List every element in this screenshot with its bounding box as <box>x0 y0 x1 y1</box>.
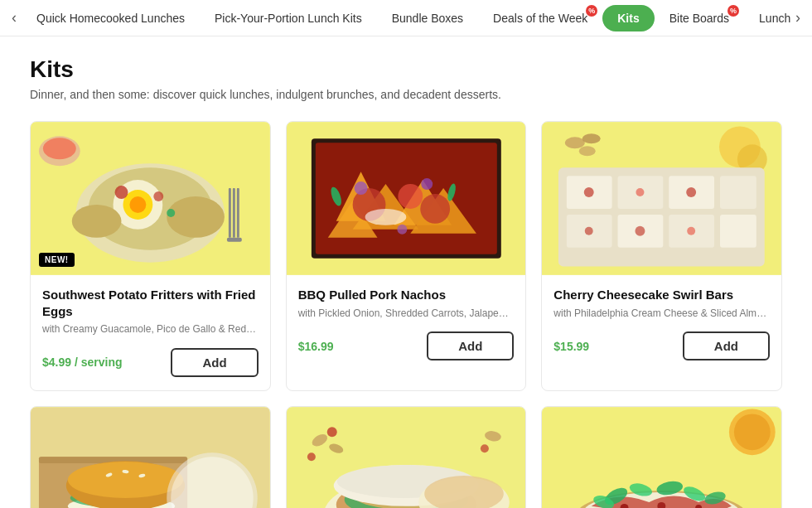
nav-prev-arrow[interactable]: ‹ <box>7 9 22 27</box>
svg-point-54 <box>636 226 645 236</box>
nav-item-bundle-boxes[interactable]: Bundle Boxes <box>377 0 478 36</box>
add-to-cart-button-southwest-fritters[interactable]: Add <box>171 348 258 377</box>
product-card-bbq-nachos: BBQ Pulled Pork Nachoswith Pickled Onion… <box>286 121 527 391</box>
svg-point-31 <box>397 225 407 235</box>
svg-rect-15 <box>237 188 239 238</box>
card-body-southwest-fritters: Southwest Potato Fritters with Fried Egg… <box>31 275 270 390</box>
svg-point-51 <box>585 227 593 235</box>
svg-point-50 <box>636 188 645 196</box>
svg-rect-16 <box>227 238 242 242</box>
nav-item-bite-boards[interactable]: Bite Boards% <box>655 0 744 36</box>
product-card-honey-mustard-chicken: ADD 2 TO SERVE 4Honey Mustard Chicken Sa… <box>286 406 527 508</box>
card-footer-cherry-cheesecake: $15.99Add <box>553 331 770 360</box>
svg-rect-13 <box>229 188 231 238</box>
svg-point-12 <box>43 138 76 159</box>
page-title: Kits <box>30 56 782 83</box>
product-card-southwest-fritters: NEW!Southwest Potato Fritters with Fried… <box>30 121 271 391</box>
svg-point-39 <box>579 146 596 156</box>
product-title-cherry-cheesecake: Cherry Cheesecake Swirl Bars <box>553 287 770 303</box>
svg-point-83 <box>481 444 489 452</box>
product-image-honey-mustard-chicken: ADD 2 TO SERVE 4 <box>287 407 526 508</box>
nav-item-lunch-specials[interactable]: Lunch Specials <box>744 0 790 36</box>
svg-point-64 <box>68 462 183 498</box>
product-card-cherry-cheesecake: Cherry Cheesecake Swirl Barswith Philade… <box>541 121 782 391</box>
product-image-cherry-cheesecake <box>542 122 781 275</box>
card-body-cherry-cheesecake: Cherry Cheesecake Swirl Barswith Philade… <box>542 275 781 374</box>
card-footer-bbq-nachos: $16.99Add <box>298 331 515 360</box>
svg-rect-14 <box>233 188 235 238</box>
product-price-cherry-cheesecake: $15.99 <box>553 340 589 353</box>
card-footer-southwest-fritters: $4.99 / servingAdd <box>42 348 259 377</box>
product-desc-southwest-fritters: with Creamy Guacamole, Pico de Gallo & R… <box>42 322 259 336</box>
product-price-bbq-nachos: $16.99 <box>298 340 334 353</box>
svg-point-28 <box>365 209 406 225</box>
new-badge-southwest-fritters: NEW! <box>39 253 75 267</box>
nav-items-list: Quick Homecooked LunchesPick-Your-Portio… <box>22 0 790 36</box>
product-desc-cherry-cheesecake: with Philadelphia Cream Cheese & Sliced … <box>553 307 770 321</box>
add-to-cart-button-bbq-nachos[interactable]: Add <box>427 331 514 360</box>
product-card-mozzarella-pesto: ADD 2 TO SERVE 4Mozzarella Pesto Sandwic… <box>30 406 271 508</box>
svg-point-26 <box>398 184 423 209</box>
product-image-southwest-fritters: NEW! <box>31 122 270 275</box>
svg-point-5 <box>129 196 146 213</box>
category-nav: ‹ Quick Homecooked LunchesPick-Your-Port… <box>0 0 812 36</box>
product-image-prosciutto-jam: ADD 2 TO SERVE 4 <box>542 407 781 508</box>
nav-badge-deals-of-the-week: % <box>586 5 597 17</box>
product-title-bbq-nachos: BBQ Pulled Pork Nachos <box>298 287 515 303</box>
svg-point-9 <box>153 191 163 201</box>
product-card-prosciutto-jam: ADD 2 TO SERVE 4Open-Faced Prosciutto & … <box>541 406 782 508</box>
product-image-bbq-nachos <box>287 122 526 275</box>
product-desc-bbq-nachos: with Pickled Onion, Shredded Carrots, Ja… <box>298 307 515 321</box>
card-body-bbq-nachos: BBQ Pulled Pork Nachoswith Pickled Onion… <box>287 275 526 374</box>
svg-point-37 <box>565 137 585 148</box>
svg-point-10 <box>167 209 175 217</box>
nav-next-arrow[interactable]: › <box>790 9 805 27</box>
svg-point-49 <box>584 187 594 197</box>
svg-rect-48 <box>720 215 756 248</box>
nav-item-kits[interactable]: Kits <box>602 5 654 31</box>
svg-point-52 <box>687 187 697 197</box>
svg-rect-44 <box>720 176 756 209</box>
svg-point-30 <box>421 178 433 190</box>
nav-item-quick-homecooked[interactable]: Quick Homecooked Lunches <box>22 0 200 36</box>
nav-badge-bite-boards: % <box>727 5 739 17</box>
page-subtitle: Dinner, and then some: discover quick lu… <box>30 88 782 101</box>
svg-point-82 <box>326 427 336 437</box>
nav-item-pick-your-portion[interactable]: Pick-Your-Portion Lunch Kits <box>200 0 377 36</box>
product-title-southwest-fritters: Southwest Potato Fritters with Fried Egg… <box>42 287 259 319</box>
product-price-southwest-fritters: $4.99 / serving <box>42 356 123 369</box>
svg-point-8 <box>115 186 128 199</box>
add-to-cart-button-cherry-cheesecake[interactable]: Add <box>683 331 770 360</box>
nav-item-deals-of-the-week[interactable]: Deals of the Week% <box>478 0 602 36</box>
svg-point-29 <box>354 181 367 195</box>
product-image-mozzarella-pesto: ADD 2 TO SERVE 4 <box>31 407 270 508</box>
svg-point-87 <box>734 414 771 450</box>
svg-point-27 <box>420 194 450 224</box>
svg-point-38 <box>582 133 601 143</box>
product-grid: NEW!Southwest Potato Fritters with Fried… <box>30 121 782 508</box>
svg-point-53 <box>688 227 696 235</box>
page-content: Kits Dinner, and then some: discover qui… <box>0 36 812 508</box>
svg-point-84 <box>307 452 316 461</box>
svg-point-6 <box>167 196 225 238</box>
svg-point-7 <box>72 205 122 238</box>
